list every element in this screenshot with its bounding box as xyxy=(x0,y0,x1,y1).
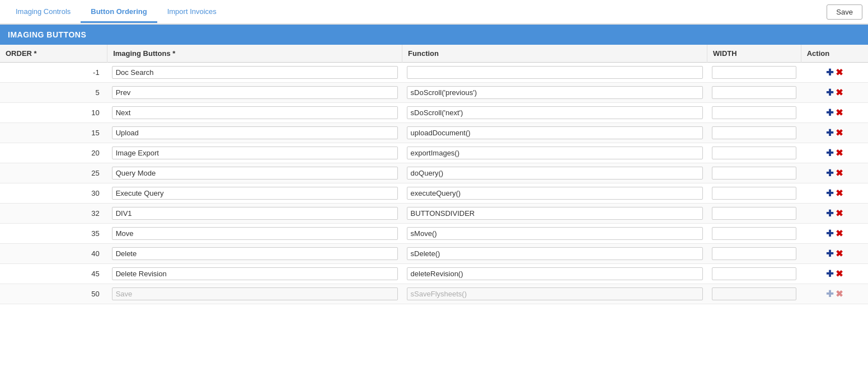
button-name-cell xyxy=(107,63,402,83)
add-row-icon[interactable]: ✚ xyxy=(826,168,833,178)
order-cell xyxy=(0,143,107,163)
width-input[interactable] xyxy=(712,267,797,280)
add-row-icon[interactable]: ✚ xyxy=(826,108,833,117)
order-input[interactable] xyxy=(4,270,102,278)
width-input[interactable] xyxy=(712,207,797,220)
function-input[interactable] xyxy=(407,247,703,260)
remove-row-icon[interactable]: ✖ xyxy=(836,249,843,258)
width-input[interactable] xyxy=(712,167,797,180)
add-row-icon[interactable]: ✚ xyxy=(826,188,833,198)
remove-row-icon[interactable]: ✖ xyxy=(836,128,843,138)
button-name-input[interactable] xyxy=(112,66,398,79)
width-cell xyxy=(707,183,801,204)
order-input[interactable] xyxy=(4,68,102,77)
button-name-input[interactable] xyxy=(112,227,398,240)
remove-row-icon[interactable]: ✖ xyxy=(836,209,843,218)
button-name-input[interactable] xyxy=(112,106,398,119)
order-input[interactable] xyxy=(4,290,102,298)
order-input[interactable] xyxy=(4,108,102,117)
order-input[interactable] xyxy=(4,229,102,238)
remove-row-icon[interactable]: ✖ xyxy=(836,88,843,97)
button-name-cell xyxy=(107,224,402,244)
save-button[interactable]: Save xyxy=(827,4,862,20)
order-cell xyxy=(0,63,107,83)
button-name-input[interactable] xyxy=(112,207,398,220)
function-cell xyxy=(402,264,707,284)
button-name-input[interactable] xyxy=(112,267,398,280)
button-name-input[interactable] xyxy=(112,287,398,300)
add-row-icon[interactable]: ✚ xyxy=(826,289,833,299)
width-cell xyxy=(707,284,801,304)
function-input[interactable] xyxy=(407,227,703,240)
remove-row-icon[interactable]: ✖ xyxy=(836,168,843,178)
action-cell: ✚✖ xyxy=(801,163,868,183)
button-name-input[interactable] xyxy=(112,167,398,180)
col-width: WIDTH xyxy=(707,45,801,63)
function-input[interactable] xyxy=(407,66,703,79)
function-input[interactable] xyxy=(407,86,703,99)
remove-row-icon[interactable]: ✖ xyxy=(836,68,843,77)
width-input[interactable] xyxy=(712,106,797,119)
button-name-input[interactable] xyxy=(112,86,398,99)
remove-row-icon[interactable]: ✖ xyxy=(836,289,843,299)
add-row-icon[interactable]: ✚ xyxy=(826,269,833,279)
table-row: ✚✖ xyxy=(0,284,868,304)
width-input[interactable] xyxy=(712,147,797,159)
add-row-icon[interactable]: ✚ xyxy=(826,128,833,138)
order-input[interactable] xyxy=(4,249,102,258)
button-name-input[interactable] xyxy=(112,147,398,159)
width-input[interactable] xyxy=(712,126,797,139)
function-input[interactable] xyxy=(407,106,703,119)
order-cell xyxy=(0,163,107,183)
order-input[interactable] xyxy=(4,189,102,197)
add-row-icon[interactable]: ✚ xyxy=(826,209,833,218)
order-input[interactable] xyxy=(4,149,102,157)
table-row: ✚✖ xyxy=(0,204,868,224)
function-cell xyxy=(402,224,707,244)
function-input[interactable] xyxy=(407,167,703,180)
top-bar: Imaging Controls Button Ordering Import … xyxy=(0,0,868,25)
button-name-cell xyxy=(107,103,402,123)
width-input[interactable] xyxy=(712,187,797,200)
function-cell xyxy=(402,183,707,204)
tab-imaging-controls[interactable]: Imaging Controls xyxy=(6,2,81,23)
width-input[interactable] xyxy=(712,227,797,240)
function-input[interactable] xyxy=(407,287,703,300)
width-input[interactable] xyxy=(712,66,797,79)
table-row: ✚✖ xyxy=(0,183,868,204)
button-name-cell xyxy=(107,183,402,204)
width-input[interactable] xyxy=(712,86,797,99)
function-input[interactable] xyxy=(407,267,703,280)
width-cell xyxy=(707,204,801,224)
order-input[interactable] xyxy=(4,129,102,137)
remove-row-icon[interactable]: ✖ xyxy=(836,269,843,279)
width-input[interactable] xyxy=(712,287,797,300)
tab-import-invoices[interactable]: Import Invoices xyxy=(157,2,227,23)
add-row-icon[interactable]: ✚ xyxy=(826,88,833,97)
remove-row-icon[interactable]: ✖ xyxy=(836,148,843,158)
table-row: ✚✖ xyxy=(0,163,868,183)
tab-button-ordering[interactable]: Button Ordering xyxy=(81,2,157,23)
add-row-icon[interactable]: ✚ xyxy=(826,148,833,158)
button-name-input[interactable] xyxy=(112,247,398,260)
button-name-input[interactable] xyxy=(112,126,398,139)
function-input[interactable] xyxy=(407,147,703,159)
add-row-icon[interactable]: ✚ xyxy=(826,229,833,238)
function-input[interactable] xyxy=(407,126,703,139)
button-name-input[interactable] xyxy=(112,187,398,200)
width-input[interactable] xyxy=(712,247,797,260)
col-function: Function xyxy=(402,45,707,63)
add-row-icon[interactable]: ✚ xyxy=(826,249,833,258)
remove-row-icon[interactable]: ✖ xyxy=(836,108,843,117)
order-input[interactable] xyxy=(4,209,102,218)
order-input[interactable] xyxy=(4,169,102,177)
function-input[interactable] xyxy=(407,207,703,220)
add-row-icon[interactable]: ✚ xyxy=(826,68,833,77)
order-input[interactable] xyxy=(4,88,102,97)
remove-row-icon[interactable]: ✖ xyxy=(836,188,843,198)
remove-row-icon[interactable]: ✖ xyxy=(836,229,843,238)
width-cell xyxy=(707,103,801,123)
function-input[interactable] xyxy=(407,187,703,200)
function-cell xyxy=(402,103,707,123)
action-cell: ✚✖ xyxy=(801,103,868,123)
